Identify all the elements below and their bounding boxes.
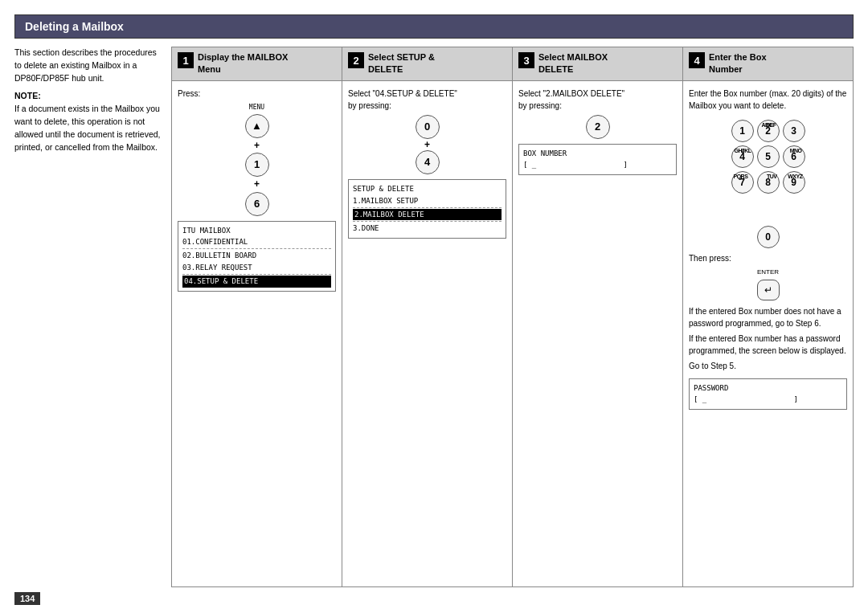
steps-body: Press: MENU ▲ + 1 + 6 ITU MAILBOX 0 bbox=[171, 80, 854, 587]
screen-line-2a: SETUP & DELETE bbox=[353, 185, 414, 193]
step-title-3: Select MAILBOXDELETE bbox=[538, 51, 608, 76]
screen-line-3a: BOX NUMBER bbox=[523, 149, 567, 157]
step-title-2: Select SETUP &DELETE bbox=[368, 51, 435, 76]
dashed-1 bbox=[182, 248, 331, 249]
password-input: [ _ ] bbox=[694, 395, 798, 403]
key-6: 6 bbox=[245, 192, 269, 216]
step-num-3: 3 bbox=[518, 52, 534, 68]
step2-select-text: Select "04.SETUP & DELETE"by pressing: bbox=[348, 88, 506, 112]
dashed-2 bbox=[182, 274, 331, 275]
enter-area: ENTER ↵ bbox=[689, 268, 847, 300]
plus-3: + bbox=[424, 139, 430, 150]
dashed-3 bbox=[353, 207, 502, 208]
step-title-1: Display the MAILBOXMenu bbox=[198, 51, 288, 76]
page-title: Deleting a Mailbox bbox=[14, 14, 854, 39]
then-press-label: Then press: bbox=[689, 252, 847, 264]
numpad-1: 1 bbox=[731, 120, 754, 142]
screen-line-1d: 03.RELAY REQUEST bbox=[182, 264, 252, 272]
key-1: 1 bbox=[245, 153, 269, 177]
step-body-2: Select "04.SETUP & DELETE"by pressing: 0… bbox=[342, 81, 513, 586]
screen-line-1e: 04.SETUP & DELETE bbox=[182, 276, 331, 287]
numpad-5: 5 bbox=[757, 145, 780, 168]
step3-select-text: Select "2.MAILBOX DELETE"by pressing: bbox=[518, 88, 677, 112]
step3-screen: BOX NUMBER [ _ ] bbox=[518, 144, 677, 175]
screen-line-1b: 01.CONFIDENTIAL bbox=[182, 238, 248, 246]
enter-button: ↵ bbox=[757, 280, 780, 300]
menu-label: MENU bbox=[249, 103, 264, 112]
screen-line-2b: 1.MAILBOX SETUP bbox=[353, 197, 418, 205]
key-4: 4 bbox=[416, 150, 440, 174]
step-header-4: 4 Enter the BoxNumber bbox=[683, 47, 853, 80]
step-header-2: 2 Select SETUP &DELETE bbox=[342, 47, 513, 80]
step3-keys: 2 bbox=[518, 115, 677, 139]
numpad-7: PQRS 7 bbox=[731, 171, 754, 194]
numpad-2: ABC DEF 2 bbox=[757, 120, 780, 142]
numpad-0: 0 bbox=[757, 226, 780, 248]
step-header-1: 1 Display the MAILBOXMenu bbox=[172, 47, 342, 80]
footer: 134 bbox=[14, 587, 854, 605]
step4-desc4: Go to Step 5. bbox=[689, 360, 847, 372]
enter-label: ENTER bbox=[757, 268, 779, 277]
numpad-3: 3 bbox=[783, 120, 805, 142]
numpad-9: WXYZ 9 bbox=[783, 171, 805, 194]
numpad-zero-row: 0 bbox=[757, 226, 780, 248]
step4-desc1: Enter the Box number (max. 20 digits) of… bbox=[689, 88, 847, 112]
intro-text: This section describes the procedures to… bbox=[14, 47, 163, 84]
title-text: Deleting a Mailbox bbox=[25, 20, 124, 33]
numpad-grid: 1 ABC DEF 2 3 GHI JKL 4 bbox=[731, 120, 805, 219]
screen-line-1a: ITU MAILBOX bbox=[182, 227, 231, 235]
page-number: 134 bbox=[14, 592, 40, 605]
step4-desc3: If the entered Box number has a password… bbox=[689, 333, 847, 357]
step-body-1: Press: MENU ▲ + 1 + 6 ITU MAILBOX 0 bbox=[172, 81, 342, 586]
key-2: 2 bbox=[586, 115, 610, 139]
numpad-8: TUV 8 bbox=[757, 171, 780, 194]
step-body-4: Enter the Box number (max. 20 digits) of… bbox=[683, 81, 853, 586]
enter-arrow-icon: ↵ bbox=[764, 283, 772, 297]
page: Deleting a Mailbox This section describe… bbox=[0, 0, 868, 613]
step2-keys: 0 + 4 bbox=[348, 115, 506, 174]
step-num-4: 4 bbox=[689, 52, 705, 68]
screen-line-1c: 02.BULLETIN BOARD bbox=[182, 251, 256, 260]
screen-line-3b: [ _ ] bbox=[523, 161, 628, 169]
password-label: PASSWORD bbox=[694, 384, 728, 392]
step1-screen: ITU MAILBOX 01.CONFIDENTIAL 02.BULLETIN … bbox=[178, 221, 336, 292]
password-screen: PASSWORD [ _ ] bbox=[689, 378, 847, 410]
screen-line-2d: 3.DONE bbox=[353, 224, 379, 232]
note-text: If a document exists in the Mailbox you … bbox=[14, 103, 163, 153]
note-label: NOTE: bbox=[14, 91, 163, 100]
plus-2: + bbox=[254, 178, 260, 190]
step-title-4: Enter the BoxNumber bbox=[709, 51, 767, 76]
step4-desc2: If the entered Box number does not have … bbox=[689, 305, 847, 329]
menu-key: ▲ bbox=[245, 114, 269, 138]
numpad-4: GHI JKL 4 bbox=[731, 145, 754, 168]
step-num-2: 2 bbox=[348, 52, 364, 68]
step-body-3: Select "2.MAILBOX DELETE"by pressing: 2 … bbox=[513, 81, 683, 586]
step1-keys: MENU ▲ + 1 + 6 bbox=[178, 103, 336, 216]
key-0: 0 bbox=[416, 115, 440, 139]
main-content: This section describes the procedures to… bbox=[14, 47, 854, 587]
press-label-1: Press: bbox=[178, 88, 336, 100]
step-num-1: 1 bbox=[178, 52, 194, 68]
step2-screen: SETUP & DELETE 1.MAILBOX SETUP 2.MAILBOX… bbox=[348, 179, 506, 239]
numpad-6: MNO 6 bbox=[783, 145, 805, 168]
left-panel: This section describes the procedures to… bbox=[14, 47, 171, 587]
plus-1: + bbox=[254, 140, 260, 151]
step-headers: 1 Display the MAILBOXMenu 2 Select SETUP… bbox=[171, 47, 854, 80]
steps-area: 1 Display the MAILBOXMenu 2 Select SETUP… bbox=[171, 47, 854, 587]
screen-line-2c: 2.MAILBOX DELETE bbox=[353, 209, 502, 220]
numpad-area: 1 ABC DEF 2 3 GHI JKL 4 bbox=[689, 115, 847, 248]
dashed-4 bbox=[353, 221, 502, 222]
step-header-3: 3 Select MAILBOXDELETE bbox=[513, 47, 683, 80]
